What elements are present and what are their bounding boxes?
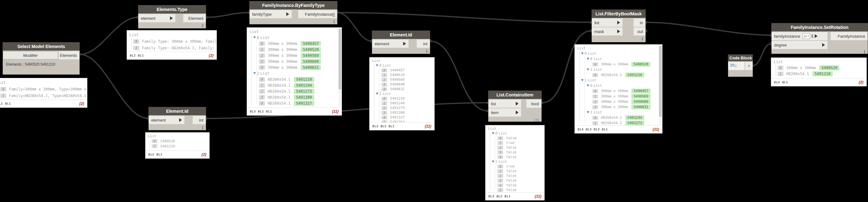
node-title[interactable]: Elements.Type <box>138 5 206 13</box>
node-title[interactable]: Select Model Elements <box>3 42 80 50</box>
output-port-familyinstance-list[interactable]: FamilyInstance[] <box>298 10 337 18</box>
wire[interactable] <box>646 22 771 35</box>
node-familyinstance-byfamilytype[interactable]: FamilyInstance.ByFamilyType familyType F… <box>249 1 338 25</box>
wire[interactable] <box>206 12 249 17</box>
expander-icon[interactable] <box>581 79 584 81</box>
output-port-bool[interactable]: bool <box>526 100 541 108</box>
wire[interactable] <box>430 41 488 111</box>
node-element-id-bottom[interactable]: Element.Id element int I <box>148 107 206 130</box>
input-port-degree[interactable]: degree <box>772 41 828 49</box>
expander-icon[interactable] <box>581 53 584 55</box>
input-port-element[interactable]: element <box>372 40 408 48</box>
spinner-down-icon[interactable] <box>811 36 813 38</box>
list-row: 1549121015491210 <box>146 143 209 148</box>
wire[interactable] <box>338 12 372 41</box>
list-row: 0300mm x 300mm0300mm x 300mm5490457 <box>247 40 342 46</box>
list-row: 1List1List <box>247 70 342 76</box>
spinner-up-icon[interactable] <box>811 34 813 36</box>
code-block-editor[interactable]: 30; <box>728 62 744 70</box>
node-title[interactable]: FamilyInstance.SetRotation <box>772 23 868 31</box>
output-port-code[interactable]: > <box>745 62 753 70</box>
lacing-indicator[interactable]: I <box>642 37 643 41</box>
output-port-int[interactable]: int <box>193 116 206 124</box>
input-port-element[interactable]: element <box>138 14 175 22</box>
node-title[interactable]: Code Block <box>728 55 753 61</box>
list-row: 0false0false <box>486 136 544 140</box>
node-title[interactable]: List.FilterByBoolMask <box>592 10 646 18</box>
node-code-block[interactable]: Code Block 30; > <box>728 54 753 77</box>
input-port-list[interactable]: list <box>488 100 521 108</box>
node-title[interactable]: List.ContainsItem <box>488 91 541 99</box>
expander-icon[interactable] <box>587 58 589 60</box>
list-row: 4HD260x54.14HD260x54.15491327 <box>247 100 342 106</box>
output-port-in[interactable]: in <box>633 19 646 27</box>
node-title[interactable]: Element.Id <box>372 31 430 39</box>
lacing-indicator[interactable]: I <box>202 24 204 28</box>
input-port-list[interactable]: list <box>592 19 623 27</box>
preview-element-id-top: ListList0List0List0549045705490457154905… <box>369 57 435 130</box>
node-title[interactable]: Element.Id <box>149 107 206 115</box>
scrollbar[interactable] <box>659 45 662 125</box>
expander-icon[interactable] <box>587 85 589 87</box>
lacing-indicator[interactable]: I <box>202 126 204 129</box>
output-port-element[interactable]: Element <box>183 14 206 22</box>
input-port-mask[interactable]: mask <box>592 27 623 35</box>
list-levels[interactable]: @L3 @L2 @L1 <box>488 195 511 198</box>
expander-icon[interactable] <box>492 132 494 134</box>
expander-icon[interactable] <box>587 111 589 113</box>
scrollbar[interactable] <box>338 29 341 107</box>
dynamo-canvas[interactable]: Select Model Elements Modifier Elements … <box>0 0 868 202</box>
wire[interactable] <box>80 54 148 119</box>
list-row: 1true1true <box>486 140 544 145</box>
level-selector[interactable]: @L1 <box>803 33 810 39</box>
element-id-badge: 5490457 <box>301 41 321 46</box>
output-port-familyinstance[interactable]: FamilyInstance <box>831 32 868 40</box>
list-levels[interactable]: @L2 @L1 <box>774 81 788 84</box>
element-id-badge: 5490600 <box>301 59 321 64</box>
list-levels[interactable]: @L4 @L3 @L2 @L1 <box>578 128 608 131</box>
expander-icon[interactable] <box>376 64 378 67</box>
node-select-model-elements[interactable]: Select Model Elements Modifier Elements … <box>2 42 80 75</box>
node-title[interactable]: FamilyInstance.ByFamilyType <box>250 1 337 9</box>
wire[interactable] <box>753 44 771 66</box>
output-port-int[interactable]: int <box>417 40 430 48</box>
modifier-button[interactable]: Modifier <box>3 51 58 59</box>
scrollbar-thumb[interactable] <box>338 29 341 90</box>
list-levels[interactable]: @L3 @L2 @L1 <box>372 125 395 128</box>
expander-icon[interactable] <box>587 68 589 71</box>
lacing-indicator[interactable]: I <box>333 20 335 24</box>
node-list-containsitem[interactable]: List.ContainsItem list bool item ||\ <box>488 91 542 122</box>
node-elements-type[interactable]: Elements.Type element Element I <box>138 5 206 29</box>
lacing-indicator[interactable]: I <box>426 49 428 53</box>
list-row: ListList <box>127 31 217 38</box>
expander-icon[interactable] <box>492 161 494 163</box>
output-port-elements[interactable]: Elements <box>59 51 80 59</box>
list-row: 2300mm x 300mm2300mm x 300mm5490600 <box>575 99 662 104</box>
scrollbar-thumb[interactable] <box>659 45 662 117</box>
input-port-element[interactable]: element <box>149 116 184 124</box>
node-element-id-top[interactable]: Element.Id element int I <box>372 31 430 54</box>
list-levels[interactable]: @L2 @L1 <box>0 102 11 105</box>
item-count: {2} <box>209 54 214 58</box>
expander-icon[interactable] <box>253 36 256 39</box>
list-levels[interactable]: @L3 @L2 @L1 <box>250 110 272 113</box>
list-levels[interactable]: @L2 @L1 <box>130 54 144 57</box>
wire[interactable] <box>338 12 591 22</box>
node-familyinstance-setrotation[interactable]: FamilyInstance.SetRotation familyInstanc… <box>771 23 868 54</box>
output-port-out[interactable]: out <box>633 27 646 35</box>
input-port-familyinstance[interactable]: familyInstance @L1 <box>772 32 828 40</box>
list-row: 1Family=HD260x54.1, Type=HD260x54.11Fami… <box>0 92 87 99</box>
element-id-badge: 5490600 <box>631 99 650 104</box>
expander-icon[interactable] <box>253 72 256 74</box>
lacing-indicator[interactable]: ||\ <box>534 119 539 122</box>
list-row: 2549056925490569 <box>370 77 434 82</box>
expander-icon[interactable] <box>376 93 378 95</box>
node-list-filterbyboolmask[interactable]: List.FilterByBoolMask list in mask out I <box>591 9 646 42</box>
element-id-badge: 5490457 <box>631 89 650 93</box>
lacing-indicator[interactable]: I <box>864 50 866 54</box>
input-port-familytype[interactable]: familyType <box>250 10 292 18</box>
level-spinner[interactable] <box>811 34 813 38</box>
list-levels[interactable]: @L2 @L1 <box>148 153 162 156</box>
list-row: 4false4false <box>486 183 544 188</box>
input-port-item[interactable]: item <box>488 108 521 116</box>
